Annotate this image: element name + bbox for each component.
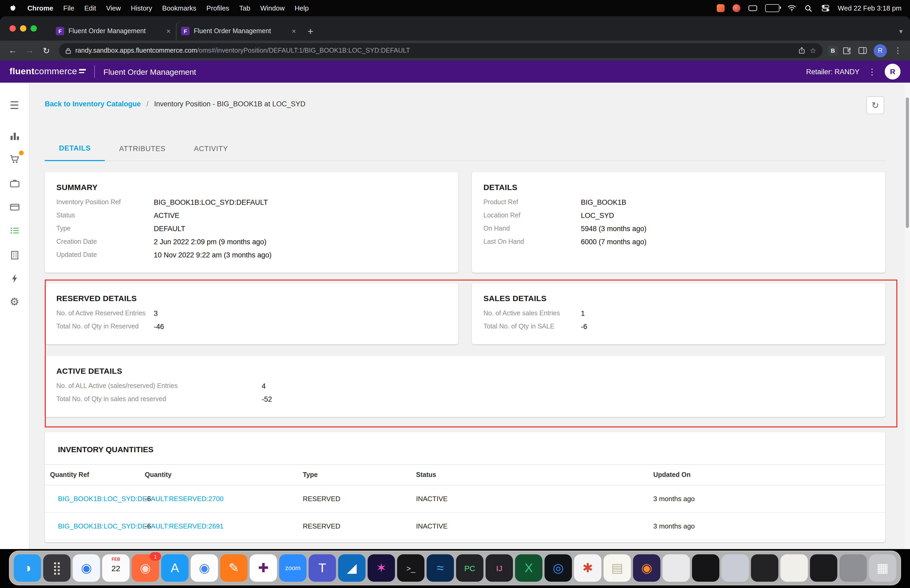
menubar-item[interactable]: History	[131, 4, 152, 12]
dock-app-icon[interactable]: ≈	[427, 554, 454, 582]
menu-extra-icon-1[interactable]	[717, 4, 725, 12]
jobs-briefcase-icon[interactable]	[8, 176, 21, 190]
tab-close-icon[interactable]: ×	[166, 27, 171, 35]
control-center-icon[interactable]	[821, 4, 830, 13]
wifi-icon[interactable]	[787, 4, 796, 13]
menubar-app-name[interactable]: Chrome	[27, 4, 53, 12]
events-flash-icon[interactable]	[8, 271, 21, 285]
dock-app-icon[interactable]: >_	[397, 554, 425, 582]
tab-attributes[interactable]: ATTRIBUTES	[105, 136, 180, 161]
dock-app-icon[interactable]: T	[309, 554, 336, 582]
minimize-window-button[interactable]	[20, 25, 26, 32]
menubar-item[interactable]: Window	[260, 4, 285, 12]
share-icon[interactable]	[798, 47, 805, 54]
dock-app-icon[interactable]: X	[515, 554, 542, 582]
forward-button[interactable]: →	[22, 46, 37, 55]
quantity-ref-link[interactable]: BIG_BOOK1B:LOC_SYD:DEFAULT:RESERVED:2691	[45, 512, 139, 540]
dock-app-icon[interactable]: ✎	[220, 554, 247, 582]
menubar-item[interactable]: File	[63, 4, 74, 12]
apple-icon[interactable]	[8, 4, 18, 13]
dock-app-icon[interactable]	[751, 554, 778, 582]
dock-app-icon[interactable]: A	[161, 554, 189, 582]
card-title: RESERVED DETAILS	[57, 294, 446, 303]
field-label: Inventory Position Ref	[57, 199, 154, 206]
locations-building-icon[interactable]	[8, 248, 21, 262]
dock-app-icon[interactable]: ▦	[869, 554, 896, 582]
dock-app-icon[interactable]: ◑	[14, 554, 41, 582]
dock-app-icon[interactable]	[810, 554, 837, 582]
reload-button[interactable]: ↻	[39, 45, 54, 55]
dock-app-icon[interactable]	[721, 554, 749, 582]
menubar-item[interactable]: Bookmarks	[162, 4, 196, 12]
cart-notification-badge	[19, 150, 23, 155]
dock-app-icon[interactable]: ◎	[545, 554, 572, 582]
menu-extra-icon-2[interactable]	[732, 4, 740, 12]
orders-cart-icon[interactable]	[8, 152, 21, 166]
dock-app-icon[interactable]: ✱	[574, 554, 601, 582]
dock-app-icon[interactable]: ◉	[191, 554, 218, 582]
zoom-window-button[interactable]	[31, 25, 37, 32]
user-avatar[interactable]: R	[885, 64, 900, 79]
tab-search-chevron-icon[interactable]: ▾	[899, 27, 903, 35]
menubar-item[interactable]: Tab	[239, 4, 251, 12]
dock-app-icon[interactable]: ✶	[368, 554, 395, 582]
dock-icon-glyph: PC	[464, 564, 475, 572]
spotlight-search-icon[interactable]	[804, 4, 813, 13]
dock-app-icon[interactable]: ⣿	[43, 554, 71, 582]
extensions-puzzle-icon[interactable]	[840, 46, 853, 55]
tab-activity[interactable]: ACTIVITY	[180, 136, 242, 161]
menubar-item[interactable]: View	[106, 4, 121, 12]
side-panel-icon[interactable]	[856, 47, 870, 54]
hamburger-menu-icon[interactable]: ☰	[8, 99, 21, 112]
payments-card-icon[interactable]	[8, 200, 21, 214]
menubar-item[interactable]: Help	[295, 4, 309, 12]
back-to-inventory-link[interactable]: Back to Inventory Catalogue	[45, 100, 141, 108]
dock-app-icon[interactable]	[663, 554, 690, 582]
dock-app-icon[interactable]: zoom	[279, 554, 307, 582]
dock-app-icon[interactable]: ▤	[603, 554, 631, 582]
browser-profile-avatar[interactable]: R	[874, 44, 887, 57]
dock-app-icon[interactable]: ◉	[73, 554, 100, 582]
scrollbar-thumb[interactable]	[906, 97, 909, 228]
dock-app-icon[interactable]	[692, 554, 719, 582]
menubar-item[interactable]: Profiles	[207, 4, 230, 12]
dock-app-icon[interactable]: PC	[456, 554, 483, 582]
browser-tab[interactable]: F Fluent Order Management ×	[176, 22, 301, 40]
dock-app-icon[interactable]: ✚	[250, 554, 277, 582]
settings-gear-icon[interactable]: ⚙	[8, 295, 21, 309]
new-tab-button[interactable]: +	[301, 26, 320, 40]
dock-app-icon[interactable]: ◉ 1	[132, 554, 159, 582]
dock-app-icon[interactable]: IJ	[485, 554, 513, 582]
tab-details[interactable]: DETAILS	[45, 136, 105, 161]
header-divider	[95, 65, 95, 78]
refresh-button[interactable]: ↻	[866, 96, 884, 114]
inventory-list-icon[interactable]	[8, 224, 21, 237]
extension-badge-icon[interactable]: B	[828, 45, 838, 55]
dock-app-icon[interactable]: ◢	[338, 554, 365, 582]
close-window-button[interactable]	[10, 25, 16, 32]
column-header: Quantity	[139, 465, 297, 485]
address-bar[interactable]: randy.sandbox.apps.fluentcommerce.com/om…	[59, 43, 823, 58]
browser-tab[interactable]: F Fluent Order Management ×	[50, 22, 176, 40]
dock-icon-glyph: ◉	[641, 562, 652, 574]
dock-app-icon[interactable]: FEB 22	[102, 554, 129, 582]
tab-close-icon[interactable]: ×	[292, 27, 296, 35]
sales-row: Total No. of Qty in SALE-6	[483, 323, 874, 331]
menubar-clock[interactable]: Wed 22 Feb 3:18 pm	[838, 4, 902, 12]
back-button[interactable]: ←	[5, 46, 20, 55]
header-overflow-icon[interactable]: ⋮	[867, 66, 877, 77]
dock-app-icon[interactable]	[781, 554, 808, 582]
dashboard-chart-icon[interactable]	[8, 129, 21, 143]
quantity-ref-link[interactable]: BIG_BOOK1B:LOC_SYD:DEFAULT:RESERVED:2700	[45, 485, 139, 512]
lock-icon[interactable]	[65, 47, 71, 54]
dock-app-icon[interactable]	[839, 554, 867, 582]
fluentcommerce-logo[interactable]: fluentcommerce	[10, 66, 86, 77]
battery-icon[interactable]	[765, 4, 779, 12]
display-icon[interactable]	[748, 4, 757, 13]
field-label: Product Ref	[483, 199, 581, 206]
menubar-item[interactable]: Edit	[84, 4, 96, 12]
dock-app-icon[interactable]: ◉	[633, 554, 660, 582]
bookmark-star-icon[interactable]: ☆	[810, 46, 816, 55]
browser-menu-icon[interactable]: ⋮	[891, 46, 905, 55]
dock-icon-badge: 1	[150, 552, 161, 561]
